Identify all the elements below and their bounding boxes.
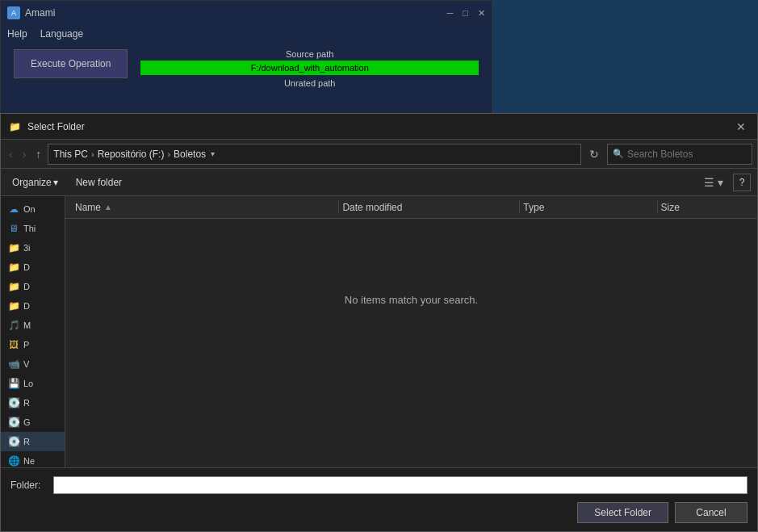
navigation-bar: ‹ › ↑ This PC › Repositório (F:) › Bolet… — [1, 140, 757, 169]
sidebar-item-documents[interactable]: 📁 D — [1, 277, 65, 296]
sidebar-item-drivec[interactable]: 💽 R — [1, 393, 65, 413]
col-divider-2 — [519, 201, 520, 214]
drive-local-icon: 💾 — [7, 377, 20, 390]
app-icon: A — [7, 6, 20, 19]
help-button[interactable]: ? — [733, 174, 751, 191]
empty-message: No items match your search. — [65, 219, 757, 380]
maximize-btn[interactable]: □ — [463, 8, 468, 19]
search-icon: 🔍 — [613, 149, 624, 159]
refresh-button[interactable]: ↻ — [584, 146, 604, 162]
sidebar-label-pictures: P — [23, 340, 29, 350]
new-folder-button[interactable]: New folder — [69, 175, 128, 190]
app-content: Execute Operation Source path F:/downloa… — [1, 43, 492, 94]
cloud-icon: ☁ — [7, 203, 20, 216]
folder-input-row: Folder: — [10, 476, 748, 494]
window-controls: ─ □ ✕ — [447, 8, 485, 19]
sidebar-item-music[interactable]: 🎵 M — [1, 316, 65, 335]
sidebar-label-network: Ne — [23, 456, 35, 466]
folder-input[interactable] — [53, 476, 748, 494]
minimize-btn[interactable]: ─ — [447, 8, 454, 19]
sidebar-item-thispc[interactable]: 🖥 Thi — [1, 219, 65, 238]
folder-desktop-icon: 📁 — [7, 261, 20, 274]
menu-language[interactable]: Language — [40, 28, 83, 40]
pc-icon: 🖥 — [7, 222, 20, 235]
organize-dropdown-icon: ▾ — [53, 177, 58, 188]
col-divider-1 — [338, 201, 339, 214]
sidebar-label-documents: D — [23, 282, 30, 291]
sidebar-item-downloads[interactable]: 📁 D — [1, 296, 65, 316]
dialog-footer: Folder: Select Folder Cancel — [1, 467, 757, 531]
cancel-button[interactable]: Cancel — [675, 502, 748, 523]
forward-button[interactable]: › — [19, 146, 30, 162]
drive-f-icon: 💽 — [7, 435, 20, 448]
source-path-label: Source path — [140, 49, 479, 59]
network-icon: 🌐 — [7, 455, 20, 467]
view-icon: ☰ — [704, 176, 714, 189]
column-size[interactable]: Size — [661, 202, 748, 213]
sidebar-label-thispc: Thi — [23, 224, 36, 233]
view-toggle-button[interactable]: ☰ ▾ — [701, 174, 727, 191]
sidebar-item-drivef[interactable]: 💽 R — [1, 432, 65, 451]
app-title: Amami — [25, 7, 55, 19]
app-titlebar: A Amami ─ □ ✕ — [1, 1, 492, 25]
paths-panel: Source path F:/download_with_automation … — [140, 49, 479, 88]
main-content: ☁ On 🖥 Thi 📁 3i 📁 D 📁 D 📁 D — [1, 196, 757, 467]
col-divider-3 — [657, 201, 658, 214]
sidebar-label-local: Lo — [23, 379, 33, 388]
dialog-buttons: Select Folder Cancel — [10, 502, 748, 523]
organize-label: Organize — [12, 177, 52, 188]
file-list: Name ▲ Date modified Type Size No items … — [65, 196, 757, 467]
folder-pictures-icon: 🖼 — [7, 338, 20, 351]
folder-music-icon: 🎵 — [7, 319, 20, 332]
sidebar-item-pictures[interactable]: 🖼 P — [1, 335, 65, 354]
breadcrumb-this-pc[interactable]: This PC — [53, 149, 88, 160]
folder-downloads-icon: 📁 — [7, 300, 20, 312]
dialog-title: Select Folder — [27, 121, 85, 132]
drive-c-icon: 💽 — [7, 396, 20, 409]
sidebar-label-3d: 3i — [23, 243, 31, 253]
sidebar-label-music: M — [23, 320, 31, 330]
unrated-path-label: Unrated path — [140, 78, 479, 88]
sidebar-label-driveg: G — [23, 417, 31, 427]
folder-videos-icon: 📹 — [7, 358, 20, 371]
folder-label: Folder: — [10, 480, 47, 491]
sort-arrow-icon: ▲ — [104, 203, 112, 212]
dialog-close-button[interactable]: ✕ — [733, 120, 749, 133]
column-headers: Name ▲ Date modified Type Size — [65, 196, 757, 219]
toolbar: Organize ▾ New folder ☰ ▾ ? — [1, 169, 757, 196]
sidebar-label-videos: V — [23, 359, 29, 369]
sidebar-label-downloads: D — [23, 301, 30, 311]
search-box: 🔍 — [607, 144, 752, 165]
sidebar-item-driveg[interactable]: 💽 G — [1, 413, 65, 432]
sidebar-item-local[interactable]: 💾 Lo — [1, 374, 65, 393]
column-date-modified[interactable]: Date modified — [342, 202, 516, 213]
back-button[interactable]: ‹ — [6, 146, 16, 162]
app-title-area: A Amami — [7, 6, 55, 19]
breadcrumb-drive[interactable]: Repositório (F:) — [98, 149, 165, 160]
column-name[interactable]: Name ▲ — [75, 202, 335, 213]
folder-3d-icon: 📁 — [7, 241, 20, 254]
view-dropdown-icon: ▾ — [718, 176, 723, 189]
sidebar-item-desktop[interactable]: 📁 D — [1, 258, 65, 277]
execute-operation-button[interactable]: Execute Operation — [14, 49, 128, 78]
drive-g-icon: 💽 — [7, 416, 20, 429]
column-type[interactable]: Type — [523, 202, 653, 213]
sidebar-item-onedrive[interactable]: ☁ On — [1, 199, 65, 219]
sidebar-item-network[interactable]: 🌐 Ne — [1, 451, 65, 467]
menu-help[interactable]: Help — [7, 28, 27, 40]
sidebar-label-drivec: R — [23, 398, 30, 408]
search-input[interactable] — [627, 149, 747, 160]
close-btn[interactable]: ✕ — [478, 8, 485, 19]
sidebar-label-onedrive: On — [23, 204, 36, 214]
app-window: A Amami ─ □ ✕ Help Language Execute Oper… — [0, 0, 492, 129]
sidebar-item-3d[interactable]: 📁 3i — [1, 238, 65, 258]
source-path-value: F:/download_with_automation — [140, 61, 479, 75]
breadcrumb-dropdown-btn[interactable]: ▾ — [209, 149, 216, 158]
select-folder-button[interactable]: Select Folder — [577, 502, 668, 523]
sidebar-item-videos[interactable]: 📹 V — [1, 354, 65, 374]
dialog-folder-icon: 📁 — [9, 121, 21, 132]
organize-button[interactable]: Organize ▾ — [7, 175, 63, 190]
sidebar-label-drivef: R — [23, 437, 30, 446]
up-button[interactable]: ↑ — [32, 146, 44, 162]
breadcrumb-folder[interactable]: Boletos — [174, 149, 206, 160]
